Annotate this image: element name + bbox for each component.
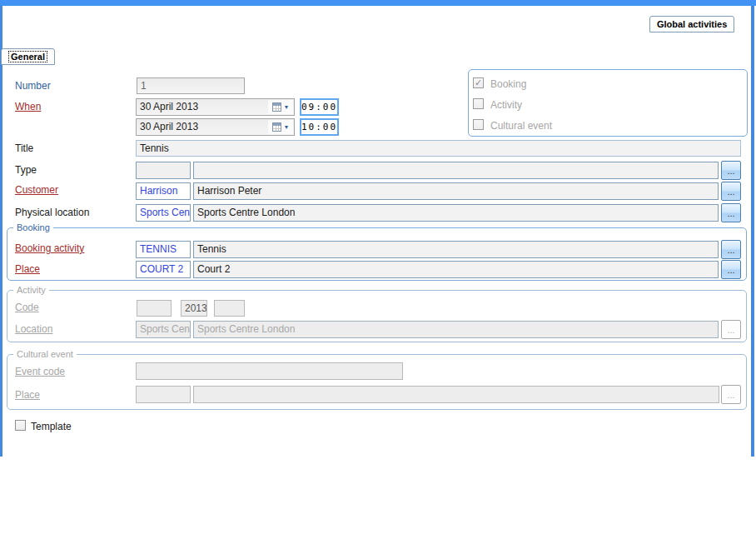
event-code-label: Event code bbox=[15, 366, 65, 377]
title-label: Title bbox=[15, 142, 33, 154]
tab-global-activities-selected[interactable]: Global activities bbox=[649, 16, 734, 32]
activity-location-label: Location bbox=[15, 323, 52, 335]
activity-location-code-field: Sports Centre London bbox=[136, 321, 191, 338]
activity-code-year-field: 2013 bbox=[181, 300, 207, 317]
global-activities-window: Maintenance Consumption stock Attachment… bbox=[0, 0, 756, 534]
start-date-value: 30 April 2013 bbox=[140, 101, 198, 112]
template-checkbox-label: Template bbox=[31, 421, 72, 432]
activity-code-field-3 bbox=[214, 300, 245, 317]
start-time-field[interactable]: 09:00 bbox=[300, 98, 339, 116]
when-label[interactable]: When bbox=[15, 101, 41, 112]
place-value-field[interactable]: Court 2 bbox=[193, 261, 719, 278]
inner-tab-general-selected[interactable]: General bbox=[1, 48, 55, 65]
customer-lookup-button[interactable]: ... bbox=[721, 182, 741, 201]
title-field[interactable]: Tennis bbox=[136, 140, 741, 157]
number-label: Number bbox=[15, 80, 51, 92]
check-icon: ✓ bbox=[475, 77, 482, 88]
focus-rect: General bbox=[8, 51, 47, 62]
booking-activity-label[interactable]: Booking activity bbox=[15, 242, 84, 254]
cultural-place-value-field bbox=[193, 386, 719, 403]
customer-code-field[interactable]: Harrison bbox=[136, 182, 191, 200]
physical-location-label: Physical location bbox=[15, 207, 89, 218]
activity-checkbox-label: Activity bbox=[490, 99, 522, 111]
cultural-event-checkbox-label: Cultural event bbox=[490, 120, 552, 132]
event-code-field bbox=[136, 362, 403, 380]
number-field: 1 bbox=[137, 77, 245, 94]
template-checkbox[interactable] bbox=[15, 420, 26, 431]
tab-label: Global activities bbox=[657, 19, 727, 29]
customer-label[interactable]: Customer bbox=[15, 184, 58, 196]
booking-checkbox: ✓ bbox=[473, 77, 484, 88]
activity-checkbox bbox=[473, 98, 484, 109]
calendar-icon bbox=[272, 102, 281, 112]
chevron-down-icon: ▼ bbox=[284, 124, 290, 130]
activity-code-field-1 bbox=[137, 300, 172, 317]
end-date-field[interactable]: 30 April 2013 ▼ bbox=[136, 118, 295, 136]
activity-code-label: Code bbox=[15, 302, 39, 313]
start-date-picker-button[interactable]: ▼ bbox=[268, 100, 293, 114]
type-label: Type bbox=[15, 164, 37, 176]
activity-groupbox-legend: Activity bbox=[13, 285, 49, 295]
place-code-field[interactable]: COURT 2 bbox=[136, 261, 191, 278]
end-time-field[interactable]: 10:00 bbox=[300, 118, 339, 136]
booking-activity-code-field[interactable]: TENNIS bbox=[136, 241, 191, 258]
activity-location-value-field: Sports Centre London bbox=[193, 321, 719, 338]
end-date-value: 30 April 2013 bbox=[140, 121, 198, 132]
place-lookup-button[interactable]: ... bbox=[721, 260, 741, 279]
end-date-picker-button[interactable]: ▼ bbox=[268, 120, 293, 134]
type-value-field[interactable] bbox=[193, 162, 719, 179]
type-code-field[interactable] bbox=[136, 162, 191, 179]
cultural-place-label: Place bbox=[15, 389, 40, 401]
cultural-place-lookup-button: ... bbox=[721, 385, 741, 404]
cultural-event-groupbox-legend: Cultural event bbox=[13, 349, 77, 359]
customer-value-field[interactable]: Harrison Peter bbox=[193, 182, 719, 200]
tab-label: General bbox=[11, 52, 45, 62]
type-lookup-button[interactable]: ... bbox=[721, 161, 741, 180]
chevron-down-icon: ▼ bbox=[284, 104, 290, 110]
window-bottom-edge bbox=[0, 0, 756, 6]
booking-checkbox-label: Booking bbox=[490, 78, 526, 90]
calendar-icon bbox=[272, 122, 281, 132]
booking-activity-lookup-button[interactable]: ... bbox=[721, 240, 741, 259]
physical-location-value-field[interactable]: Sports Centre London bbox=[193, 204, 719, 222]
start-date-field[interactable]: 30 April 2013 ▼ bbox=[136, 98, 295, 116]
cultural-event-checkbox bbox=[473, 119, 484, 130]
physical-location-lookup-button[interactable]: ... bbox=[721, 203, 741, 222]
booking-groupbox-legend: Booking bbox=[13, 222, 53, 232]
activity-location-lookup-button: ... bbox=[721, 320, 741, 339]
place-label[interactable]: Place bbox=[15, 263, 40, 275]
physical-location-code-field[interactable]: Sports Centre London bbox=[136, 204, 191, 222]
cultural-place-code-field bbox=[136, 386, 191, 403]
booking-activity-value-field[interactable]: Tennis bbox=[193, 241, 719, 258]
